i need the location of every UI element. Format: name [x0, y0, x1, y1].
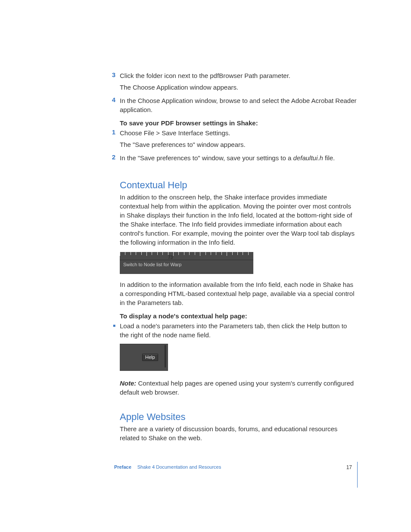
- step-body: Click the folder icon next to the pdfBro…: [120, 71, 357, 94]
- body-text: In addition to the onscreen help, the Sh…: [120, 193, 357, 247]
- body-text: In addition to the information available…: [120, 280, 357, 307]
- step-number: 4: [108, 96, 120, 117]
- body-text: The "Save preferences to" window appears…: [120, 140, 357, 149]
- figure-help-button: Help: [120, 344, 168, 371]
- page-number: 17: [346, 464, 352, 470]
- page-content: 3 Click the folder icon next to the pdfB…: [108, 71, 357, 448]
- body-text: In the Choose Application window, browse…: [120, 96, 357, 114]
- figure-info-field: 73 Switch to Node list for Warp: [120, 252, 253, 274]
- footer-section-label: Preface: [114, 464, 137, 470]
- ruler-ticks: [120, 252, 253, 255]
- body-text: The Choose Application window appears.: [120, 83, 357, 92]
- timeline-ruler: 73: [120, 252, 253, 260]
- note-label: Note:: [120, 380, 136, 387]
- step-body: In the Choose Application window, browse…: [120, 96, 357, 117]
- step-save-2: 2 In the "Save preferences to" window, s…: [108, 153, 357, 165]
- text-run: In the "Save preferences to" window, sav…: [120, 154, 293, 162]
- heading-apple-websites: Apple Websites: [120, 411, 357, 423]
- step-body: In the "Save preferences to" window, sav…: [120, 153, 357, 165]
- step-save-1: 1 Choose File > Save Interface Settings.…: [108, 128, 357, 152]
- filename-italic: defaultui.h: [293, 154, 323, 162]
- step-4: 4 In the Choose Application window, brow…: [108, 96, 357, 117]
- help-button: Help: [142, 354, 158, 361]
- info-field-text: Switch to Node list for Warp: [120, 260, 253, 274]
- step-3: 3 Click the folder icon next to the pdfB…: [108, 71, 357, 94]
- step-number: 1: [108, 128, 120, 152]
- body-text: Load a node's parameters into the Parame…: [120, 321, 357, 339]
- footer-doc-title: Shake 4 Documentation and Resources: [137, 464, 221, 470]
- step-number: 2: [108, 153, 120, 165]
- page-footer: PrefaceShake 4 Documentation and Resourc…: [114, 462, 358, 488]
- body-text: Choose File > Save Interface Settings.: [120, 128, 357, 137]
- text-run: file.: [323, 154, 335, 162]
- panel-divider: [165, 345, 167, 367]
- step-number: 3: [108, 71, 120, 94]
- body-text: In the "Save preferences to" window, sav…: [120, 153, 357, 162]
- heading-contextual-help: Contextual Help: [120, 180, 357, 191]
- ruler-value: 73: [168, 255, 173, 260]
- body-text: There are a variety of discussion boards…: [120, 424, 357, 442]
- subheading-save: To save your PDF browser settings in Sha…: [120, 119, 357, 127]
- body-text: Contextual help pages are opened using y…: [120, 380, 354, 396]
- bullet-icon: ■: [108, 321, 120, 339]
- step-body: Choose File > Save Interface Settings. T…: [120, 128, 357, 152]
- body-text: Click the folder icon next to the pdfBro…: [120, 71, 357, 80]
- note-paragraph: Note: Contextual help pages are opened u…: [120, 379, 357, 397]
- bullet-item: ■ Load a node's parameters into the Para…: [108, 321, 357, 339]
- subheading-display: To display a node's contextual help page…: [120, 312, 357, 320]
- footer-left: PrefaceShake 4 Documentation and Resourc…: [114, 464, 221, 470]
